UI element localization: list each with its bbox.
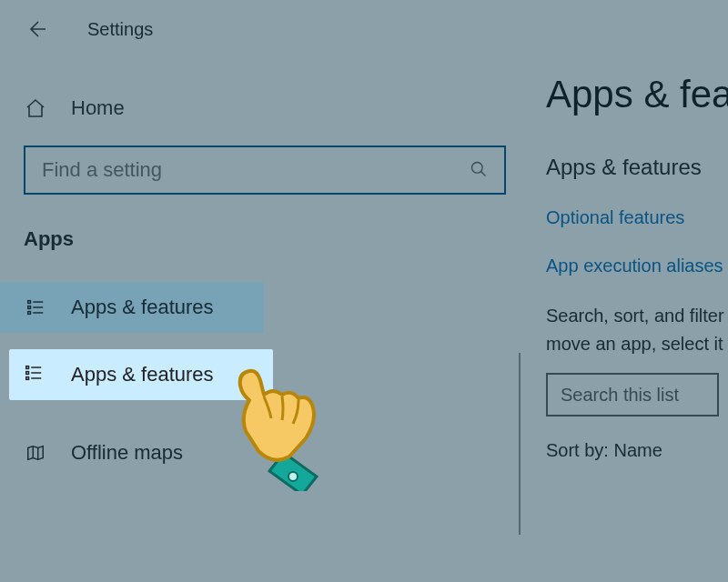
- svg-rect-2: [28, 306, 31, 309]
- link-optional-features[interactable]: Optional features: [546, 207, 728, 228]
- main-heading: Apps & features: [546, 73, 728, 116]
- svg-rect-1: [28, 301, 31, 304]
- list-icon: [24, 296, 47, 319]
- highlight-apps-features[interactable]: Apps & features: [9, 349, 273, 400]
- svg-rect-9: [26, 377, 29, 380]
- highlight-label: Apps & features: [71, 363, 214, 386]
- page-title: Settings: [87, 19, 153, 40]
- svg-rect-8: [26, 372, 29, 375]
- sort-by-control[interactable]: Sort by: Name: [546, 440, 728, 461]
- description-line-1: Search, sort, and filter by drive. If yo…: [546, 304, 728, 328]
- sort-by-label: Sort by:: [546, 440, 609, 460]
- back-button[interactable]: [24, 16, 49, 42]
- description-line-2: move an app, select it from the list.: [546, 332, 728, 356]
- sidebar-item-home[interactable]: Home: [24, 96, 532, 120]
- category-heading: Apps: [24, 227, 532, 251]
- app-list-search-placeholder: Search this list: [561, 385, 679, 406]
- main-content: Apps & features Apps & features Optional…: [546, 0, 728, 582]
- app-list-search-input[interactable]: Search this list: [546, 373, 719, 416]
- home-label: Home: [71, 96, 125, 120]
- link-app-execution-aliases[interactable]: App execution aliases: [546, 256, 728, 276]
- svg-rect-7: [26, 366, 29, 369]
- scrollbar[interactable]: [519, 353, 521, 535]
- svg-point-0: [472, 163, 483, 174]
- sidebar-item-label: Offline maps: [71, 441, 183, 465]
- sidebar: Settings Home Find a setting Apps: [0, 0, 532, 582]
- sidebar-item-offline-maps[interactable]: Offline maps: [0, 427, 264, 478]
- list-icon: [24, 363, 47, 386]
- main-subheading: Apps & features: [546, 155, 728, 180]
- search-input[interactable]: Find a setting: [24, 146, 506, 195]
- search-icon: [470, 160, 490, 180]
- home-icon: [24, 96, 47, 120]
- sidebar-item-apps-features[interactable]: Apps & features: [0, 282, 264, 333]
- sidebar-item-label: Apps & features: [71, 296, 214, 319]
- map-icon: [24, 441, 47, 465]
- search-placeholder: Find a setting: [42, 158, 470, 182]
- svg-rect-3: [28, 312, 31, 315]
- sort-by-value: Name: [613, 440, 662, 460]
